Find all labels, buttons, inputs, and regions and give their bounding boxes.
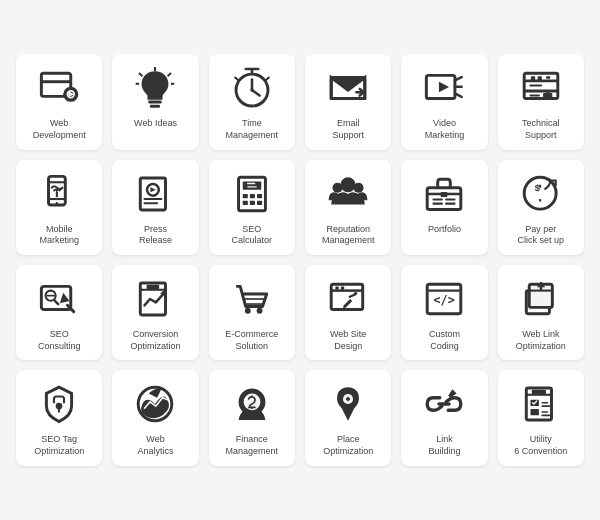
svg-rect-59 bbox=[428, 187, 462, 209]
svg-line-7 bbox=[140, 73, 143, 76]
svg-rect-53 bbox=[257, 200, 262, 204]
reputation-management-label: ReputationManagement bbox=[322, 224, 375, 247]
web-ideas-label: Web Ideas bbox=[134, 118, 177, 130]
pay-per-click-icon: $ bbox=[517, 170, 565, 218]
ecommerce-label: E-CommerceSolution bbox=[225, 329, 278, 352]
card-press-release: PressRelease bbox=[112, 160, 198, 255]
card-link-building: LinkBuilding bbox=[401, 370, 487, 465]
svg-line-18 bbox=[265, 78, 268, 81]
link-building-label: LinkBuilding bbox=[428, 434, 460, 457]
svg-rect-52 bbox=[250, 200, 255, 204]
seo-consulting-icon bbox=[35, 275, 83, 323]
card-email-support: EmailSupport bbox=[305, 54, 391, 149]
svg-rect-47 bbox=[243, 181, 261, 189]
conversion-optimization-label: ConversionOptimization bbox=[130, 329, 180, 352]
card-seo-tag: SEO TagOptimization bbox=[16, 370, 102, 465]
technical-support-icon bbox=[517, 64, 565, 112]
press-release-label: PressRelease bbox=[139, 224, 172, 247]
finance-management-label: FinanceManagement bbox=[226, 434, 279, 457]
svg-rect-28 bbox=[531, 76, 535, 80]
card-place-optimization: PlaceOptimization bbox=[305, 370, 391, 465]
svg-rect-50 bbox=[257, 194, 262, 198]
mobile-marketing-icon bbox=[35, 170, 83, 218]
portfolio-label: Portfolio bbox=[428, 224, 461, 236]
web-analytics-icon bbox=[131, 380, 179, 428]
utility-convention-label: Utility6 Convention bbox=[514, 434, 567, 457]
card-web-design: Web SiteDesign bbox=[305, 265, 391, 360]
svg-text:$: $ bbox=[535, 182, 540, 192]
svg-rect-30 bbox=[546, 76, 550, 79]
card-portfolio: Portfolio bbox=[401, 160, 487, 255]
svg-rect-4 bbox=[149, 101, 162, 104]
conversion-optimization-icon bbox=[131, 275, 179, 323]
svg-rect-51 bbox=[243, 200, 248, 204]
svg-rect-48 bbox=[243, 194, 248, 198]
web-analytics-label: WebAnalytics bbox=[137, 434, 173, 457]
svg-line-17 bbox=[235, 78, 238, 81]
technical-support-label: TechnicalSupport bbox=[522, 118, 560, 141]
card-seo-consulting: SEOConsulting bbox=[16, 265, 102, 360]
time-management-label: TimeManagement bbox=[226, 118, 279, 141]
svg-line-14 bbox=[252, 90, 260, 95]
svg-point-41 bbox=[56, 194, 59, 197]
svg-rect-108 bbox=[532, 390, 546, 394]
card-web-development: WebDevelopment bbox=[16, 54, 102, 149]
svg-point-57 bbox=[333, 182, 343, 192]
seo-consulting-label: SEOConsulting bbox=[38, 329, 81, 352]
card-pay-per-click: $ Pay perClick set up bbox=[498, 160, 584, 255]
svg-rect-61 bbox=[441, 192, 448, 197]
web-development-label: WebDevelopment bbox=[33, 118, 86, 141]
card-utility-convention: Utility6 Convention bbox=[498, 370, 584, 465]
card-time-management: TimeManagement bbox=[209, 54, 295, 149]
place-optimization-label: PlaceOptimization bbox=[323, 434, 373, 457]
card-seo-calculator: SEOCalculator bbox=[209, 160, 295, 255]
place-optimization-icon bbox=[324, 380, 372, 428]
svg-marker-21 bbox=[439, 82, 449, 93]
card-reputation-management: ReputationManagement bbox=[305, 160, 391, 255]
svg-point-58 bbox=[354, 182, 364, 192]
svg-point-80 bbox=[256, 308, 262, 314]
svg-line-88 bbox=[349, 295, 354, 298]
seo-calculator-label: SEOCalculator bbox=[232, 224, 273, 247]
svg-point-97 bbox=[56, 403, 63, 410]
svg-rect-77 bbox=[147, 285, 160, 289]
card-ecommerce: E-CommerceSolution bbox=[209, 265, 295, 360]
portfolio-icon bbox=[420, 170, 468, 218]
seo-tag-icon bbox=[35, 380, 83, 428]
pay-per-click-label: Pay perClick set up bbox=[518, 224, 565, 247]
video-marketing-label: VideoMarketing bbox=[425, 118, 465, 141]
web-ideas-icon bbox=[131, 64, 179, 112]
svg-rect-87 bbox=[341, 286, 344, 289]
svg-rect-29 bbox=[537, 76, 541, 80]
svg-line-8 bbox=[168, 73, 171, 76]
svg-rect-33 bbox=[543, 93, 552, 100]
web-design-icon bbox=[324, 275, 372, 323]
svg-rect-86 bbox=[336, 286, 339, 289]
card-web-ideas: Web Ideas bbox=[112, 54, 198, 149]
email-support-icon bbox=[324, 64, 372, 112]
custom-coding-icon: </> bbox=[420, 275, 468, 323]
svg-rect-49 bbox=[250, 194, 255, 198]
card-web-analytics: WebAnalytics bbox=[112, 370, 198, 465]
svg-text:</>: </> bbox=[434, 293, 455, 307]
card-conversion-optimization: ConversionOptimization bbox=[112, 265, 198, 360]
reputation-management-icon bbox=[324, 170, 372, 218]
time-management-icon bbox=[228, 64, 276, 112]
svg-rect-5 bbox=[150, 105, 160, 108]
svg-point-56 bbox=[341, 177, 356, 192]
web-design-label: Web SiteDesign bbox=[330, 329, 366, 352]
email-support-label: EmailSupport bbox=[332, 118, 364, 141]
seo-tag-label: SEO TagOptimization bbox=[34, 434, 84, 457]
finance-management-icon bbox=[228, 380, 276, 428]
svg-point-79 bbox=[245, 308, 251, 314]
press-release-icon bbox=[131, 170, 179, 218]
card-technical-support: TechnicalSupport bbox=[498, 54, 584, 149]
card-mobile-marketing: MobileMarketing bbox=[16, 160, 102, 255]
utility-convention-icon bbox=[517, 380, 565, 428]
card-web-link: Web LinkOptimization bbox=[498, 265, 584, 360]
icon-grid: WebDevelopment Web Ideas bbox=[16, 54, 584, 466]
custom-coding-label: CustomCoding bbox=[429, 329, 460, 352]
card-finance-management: FinanceManagement bbox=[209, 370, 295, 465]
ecommerce-icon bbox=[228, 275, 276, 323]
web-development-icon bbox=[35, 64, 83, 112]
